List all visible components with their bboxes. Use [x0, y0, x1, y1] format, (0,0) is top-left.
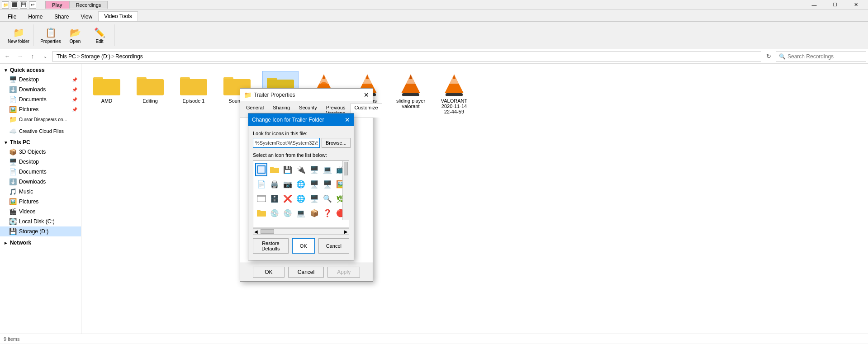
- undo-icon[interactable]: ↩: [29, 1, 36, 9]
- ci-icon-globe[interactable]: 🌐: [295, 177, 307, 191]
- sidebar-item-pictures[interactable]: 🖼️ Pictures: [0, 197, 81, 207]
- close-button[interactable]: ✕: [845, 0, 866, 10]
- back-button[interactable]: ←: [2, 51, 13, 62]
- sidebar-item-cursor[interactable]: 📁 Cursor Disappears on Ma: [0, 114, 81, 124]
- ci-file-input[interactable]: [253, 138, 320, 148]
- maximize-button[interactable]: ☐: [825, 0, 845, 10]
- ci-icon-folder2[interactable]: [255, 206, 267, 220]
- file-item-sliding[interactable]: sliding player valorant: [393, 71, 429, 116]
- ci-ok-button[interactable]: OK: [292, 238, 315, 254]
- ci-icon-connected[interactable]: 🖥️: [321, 177, 333, 191]
- sidebar-item-3dobjects[interactable]: 📦 3D Objects: [0, 147, 81, 157]
- recent-locations-button[interactable]: ⌄: [40, 51, 51, 62]
- ci-icon-laptop[interactable]: 💻: [295, 206, 307, 220]
- ci-icon-doc[interactable]: 📄: [255, 177, 267, 191]
- ci-scrollh-thumb[interactable]: [261, 229, 274, 234]
- ci-icon-blank[interactable]: [255, 163, 267, 176]
- sidebar-thispc-header[interactable]: ▼ This PC: [0, 138, 81, 147]
- sidebar-item-downloads-qa[interactable]: ⬇️ Downloads 📌: [0, 85, 81, 94]
- sidebar-item-desktop-qa[interactable]: 🖥️ Desktop 📌: [0, 75, 81, 85]
- minimize-button[interactable]: —: [804, 0, 825, 10]
- ci-icon-globe2[interactable]: 🌐: [295, 192, 307, 205]
- up-button[interactable]: ↑: [27, 51, 38, 62]
- ribbon-tab-view[interactable]: View: [75, 12, 98, 21]
- sidebar-quickaccess-header[interactable]: ▼ Quick access: [0, 66, 81, 75]
- sliding-label: sliding player valorant: [394, 98, 427, 109]
- ci-browse-button[interactable]: Browse...: [322, 138, 351, 148]
- breadcrumb-recordings[interactable]: Recordings: [115, 53, 143, 60]
- ci-icon-error[interactable]: ❌: [282, 192, 294, 205]
- ci-cancel-button[interactable]: Cancel: [318, 238, 349, 254]
- new-folder-button[interactable]: 📁 New folder: [7, 25, 30, 45]
- sidebar: ▼ Quick access 🖥️ Desktop 📌 ⬇️ Downloads…: [0, 64, 81, 334]
- ci-icon-network-pc[interactable]: 🖥️: [308, 177, 320, 191]
- search-input[interactable]: [787, 53, 863, 60]
- ci-scroll-right[interactable]: ▶: [343, 229, 349, 234]
- forward-button[interactable]: →: [14, 51, 25, 62]
- ci-icon-box[interactable]: 📦: [308, 206, 320, 220]
- trailer-dialog-footer: OK Cancel Apply: [240, 263, 373, 281]
- file-item-episode1[interactable]: Episode 1: [175, 71, 212, 116]
- trailer-apply-button[interactable]: Apply: [327, 267, 360, 278]
- open-button[interactable]: 📂 Open: [64, 25, 86, 45]
- ribbon-tab-videotools[interactable]: Video Tools: [98, 11, 138, 21]
- search-box[interactable]: 🔍: [776, 51, 866, 62]
- sidebar-item-documents[interactable]: 📄 Documents: [0, 167, 81, 177]
- ribbon-tab-home[interactable]: Home: [22, 12, 48, 21]
- sidebar-item-creative-cloud[interactable]: ☁️ Creative Cloud Files: [0, 126, 81, 136]
- file-item-amd[interactable]: AMD: [89, 71, 125, 116]
- ci-icon-search2[interactable]: 🔍: [321, 192, 333, 205]
- ci-horizontal-scrollbar[interactable]: ◀ ▶: [253, 228, 349, 235]
- ci-icon-printer[interactable]: 🖨️: [268, 177, 280, 191]
- edit-button[interactable]: ✏️ Edit: [88, 25, 111, 45]
- ci-icon-drive[interactable]: 💾: [282, 163, 294, 176]
- ci-scrollbar-thumb[interactable]: [344, 162, 348, 175]
- ribbon: File Home Share View Video Tools 📁 New f…: [0, 10, 868, 49]
- sidebar-item-localc[interactable]: 💽 Local Disk (C:): [0, 217, 81, 226]
- ci-icon-cd[interactable]: 💿: [282, 206, 294, 220]
- address-box[interactable]: This PC > Storage (D:) > Recordings: [52, 51, 761, 62]
- properties-button[interactable]: 📋 Properties: [39, 25, 62, 45]
- sidebar-item-pictures-qa[interactable]: 🖼️ Pictures 📌: [0, 104, 81, 114]
- file-item-valorant[interactable]: VALORANT 2020-11-14 22-44-59: [436, 71, 472, 116]
- ci-vertical-scrollbar[interactable]: [342, 161, 349, 220]
- ci-icon-folder[interactable]: [268, 163, 280, 176]
- ci-icon-monitor2[interactable]: 💻: [321, 163, 333, 176]
- network-caret: ►: [4, 240, 8, 245]
- trailer-tab-customize[interactable]: Customize: [351, 103, 382, 118]
- tab-recordings[interactable]: Recordings: [69, 1, 108, 9]
- file-item-editing[interactable]: Editing: [132, 71, 168, 116]
- svg-point-18: [321, 82, 327, 85]
- ci-icon-monitor1[interactable]: 🖥️: [308, 163, 320, 176]
- change-icon-close[interactable]: ✕: [345, 116, 350, 123]
- quick-access-icon[interactable]: ⬛: [11, 1, 18, 9]
- sidebar-network-header[interactable]: ► Network: [0, 238, 81, 247]
- properties-label: Properties: [40, 39, 61, 44]
- refresh-button[interactable]: ↻: [763, 51, 774, 62]
- breadcrumb-storage[interactable]: Storage (D:): [81, 53, 110, 60]
- breadcrumb-thispc[interactable]: This PC: [57, 53, 76, 60]
- ci-icon-chip[interactable]: 🔌: [295, 163, 307, 176]
- ci-icon-camera[interactable]: 📷: [282, 177, 294, 191]
- sidebar-item-music[interactable]: 🎵 Music: [0, 187, 81, 197]
- ci-scroll-left[interactable]: ◀: [253, 229, 259, 234]
- ci-icon-network[interactable]: 🖥️: [308, 192, 320, 205]
- sidebar-item-downloads[interactable]: ⬇️ Downloads: [0, 177, 81, 187]
- trailer-cancel-button[interactable]: Cancel: [288, 267, 324, 278]
- sidebar-item-desktop[interactable]: 🖥️ Desktop: [0, 157, 81, 167]
- ci-restore-defaults-button[interactable]: Restore Defaults: [253, 238, 289, 254]
- ci-icon-server[interactable]: 🗄️: [268, 192, 280, 205]
- ribbon-tab-share[interactable]: Share: [48, 12, 75, 21]
- sidebar-item-documents-qa[interactable]: 📄 Documents 📌: [0, 94, 81, 104]
- sidebar-item-videos[interactable]: 🎬 Videos: [0, 207, 81, 217]
- ribbon-tab-file[interactable]: File: [2, 12, 22, 21]
- ci-icon-window[interactable]: [255, 192, 267, 205]
- ci-icon-help[interactable]: ❓: [321, 206, 333, 220]
- sidebar-item-storaged[interactable]: 💾 Storage (D:): [0, 226, 81, 236]
- ci-icon-disc[interactable]: 💿: [268, 206, 280, 220]
- tab-play[interactable]: Play: [45, 1, 69, 9]
- sidebar-item-label-dl2: Downloads: [19, 179, 46, 185]
- trailer-dialog-close[interactable]: ✕: [364, 91, 369, 99]
- trailer-ok-button[interactable]: OK: [253, 267, 285, 278]
- save-icon[interactable]: 💾: [20, 1, 27, 9]
